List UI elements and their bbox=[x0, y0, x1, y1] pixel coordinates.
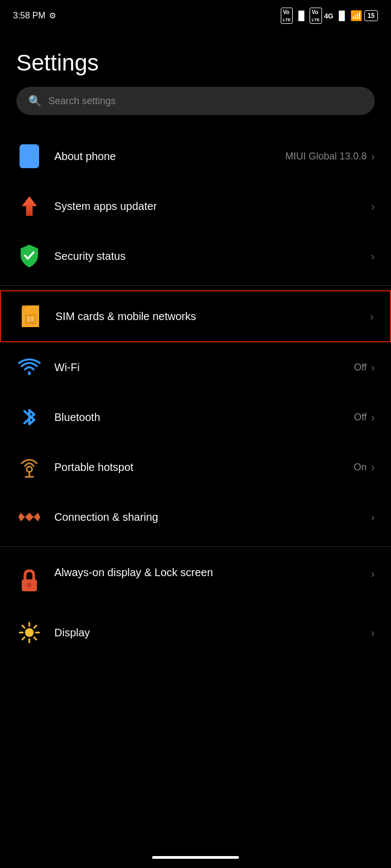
security-status-label: Security status bbox=[54, 250, 371, 263]
svg-rect-4 bbox=[25, 314, 36, 324]
volte-icon-1: VoLTE bbox=[281, 8, 293, 24]
always-on-display-label: Always-on display & Lock screen bbox=[54, 565, 371, 579]
hotspot-label: Portable hotspot bbox=[54, 461, 354, 474]
settings-item-security-status[interactable]: Security status › bbox=[0, 231, 391, 281]
search-icon: 🔍 bbox=[28, 94, 42, 107]
chevron-icon: › bbox=[371, 567, 375, 580]
connection-icon bbox=[16, 504, 42, 530]
settings-item-connection-sharing[interactable]: Connection & sharing › bbox=[0, 492, 391, 542]
chevron-icon: › bbox=[371, 461, 375, 474]
settings-item-bluetooth[interactable]: Bluetooth Off › bbox=[0, 392, 391, 442]
svg-point-11 bbox=[25, 628, 34, 637]
chevron-icon: › bbox=[370, 310, 374, 323]
hotspot-icon bbox=[16, 454, 42, 480]
arrow-up-icon bbox=[16, 193, 42, 219]
svg-rect-5 bbox=[27, 316, 30, 322]
nav-pill bbox=[152, 856, 239, 859]
shield-icon bbox=[16, 243, 42, 269]
page-title: Settings bbox=[0, 28, 391, 87]
sim-cards-label: SIM cards & mobile networks bbox=[55, 310, 370, 323]
wifi-icon bbox=[16, 354, 42, 380]
search-placeholder: Search settings bbox=[48, 95, 116, 107]
signal-bars-2: ▐▌ bbox=[336, 11, 348, 21]
svg-line-16 bbox=[22, 626, 24, 628]
status-bar-right: VoLTE ▐▌ VoLTE 4G ▐▌ 📶 15 bbox=[281, 8, 378, 24]
settings-item-about-phone[interactable]: About phone MIUI Global 13.0.8 › bbox=[0, 131, 391, 181]
settings-item-display[interactable]: Display › bbox=[0, 608, 391, 658]
wifi-status-icon: 📶 bbox=[350, 10, 362, 22]
bluetooth-icon bbox=[16, 404, 42, 430]
display-icon bbox=[16, 620, 42, 646]
svg-line-17 bbox=[34, 637, 36, 640]
settings-item-system-apps-updater[interactable]: System apps updater › bbox=[0, 181, 391, 231]
svg-line-19 bbox=[22, 637, 24, 640]
display-label: Display bbox=[54, 627, 371, 639]
bottom-nav-bar bbox=[0, 846, 391, 868]
lock-icon bbox=[16, 567, 42, 593]
hotspot-value: On bbox=[354, 462, 367, 473]
wifi-label: Wi-Fi bbox=[54, 361, 354, 374]
system-apps-label: System apps updater bbox=[54, 200, 371, 213]
svg-line-18 bbox=[34, 626, 36, 628]
svg-rect-6 bbox=[31, 316, 34, 322]
about-phone-value: MIUI Global 13.0.8 bbox=[285, 151, 367, 162]
wifi-value: Off bbox=[354, 362, 367, 373]
chevron-icon: › bbox=[371, 511, 375, 524]
sim-icon bbox=[17, 303, 43, 329]
connection-sharing-label: Connection & sharing bbox=[54, 511, 371, 524]
chevron-icon: › bbox=[371, 411, 375, 424]
chevron-icon: › bbox=[371, 200, 375, 213]
status-bar: 3:58 PM ⚙ VoLTE ▐▌ VoLTE 4G ▐▌ 📶 15 bbox=[0, 0, 391, 28]
settings-item-wifi[interactable]: Wi-Fi Off › bbox=[0, 342, 391, 392]
bluetooth-label: Bluetooth bbox=[54, 411, 354, 424]
settings-group-1: About phone MIUI Global 13.0.8 › System … bbox=[0, 131, 391, 281]
settings-group-3: Always-on display & Lock screen › Displa… bbox=[0, 551, 391, 658]
chevron-icon: › bbox=[371, 627, 375, 639]
chevron-icon: › bbox=[371, 250, 375, 263]
chevron-icon: › bbox=[371, 361, 375, 374]
battery-icon: 15 bbox=[364, 10, 378, 21]
phone-icon bbox=[16, 143, 42, 169]
about-phone-label: About phone bbox=[54, 150, 285, 163]
divider-1 bbox=[0, 285, 391, 286]
settings-group-2: SIM cards & mobile networks › Wi-Fi Off … bbox=[0, 290, 391, 542]
svg-rect-10 bbox=[28, 585, 30, 588]
search-bar[interactable]: 🔍 Search settings bbox=[16, 87, 375, 115]
svg-marker-0 bbox=[22, 196, 37, 216]
status-bar-left: 3:58 PM ⚙ bbox=[13, 11, 56, 21]
bluetooth-value: Off bbox=[354, 412, 367, 423]
signal-bars-1: ▐▌ bbox=[295, 11, 307, 21]
time-display: 3:58 PM bbox=[13, 11, 46, 21]
divider-2 bbox=[0, 546, 391, 547]
settings-item-always-on-display[interactable]: Always-on display & Lock screen › bbox=[0, 551, 391, 608]
chevron-icon: › bbox=[371, 150, 375, 163]
volte-icon-2: VoLTE bbox=[310, 8, 322, 24]
network-4g: 4G bbox=[324, 12, 333, 20]
settings-item-portable-hotspot[interactable]: Portable hotspot On › bbox=[0, 442, 391, 492]
settings-item-sim-cards[interactable]: SIM cards & mobile networks › bbox=[0, 290, 391, 342]
settings-gear-icon: ⚙ bbox=[49, 11, 56, 21]
